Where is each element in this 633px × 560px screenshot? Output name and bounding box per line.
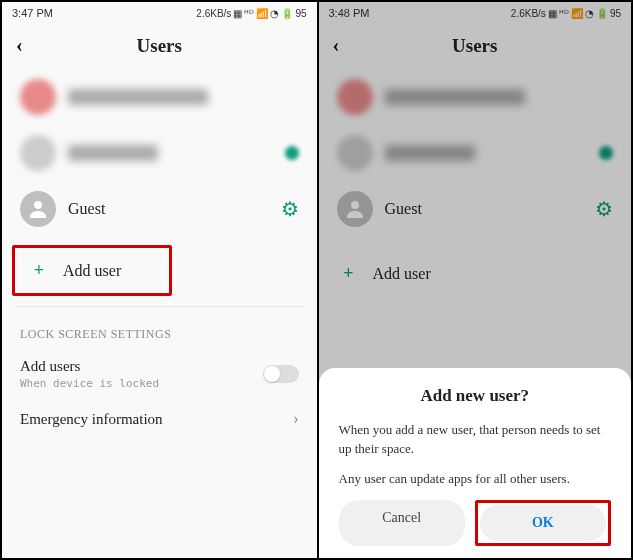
- user-row-guest[interactable]: Guest ⚙: [2, 181, 317, 237]
- user-name-blurred: [385, 145, 475, 161]
- dialog-title: Add new user?: [339, 386, 612, 406]
- battery-pct: 95: [610, 8, 621, 19]
- avatar-guest-icon: [337, 191, 373, 227]
- add-user-button[interactable]: + Add user: [319, 249, 632, 298]
- phone-left: 3:47 PM 2.6KB/s ▦ ᴴᴰ 📶 ◔ 🔋 95 ‹ Users: [2, 2, 317, 558]
- wifi-icon: ◔: [585, 8, 594, 19]
- battery-icon: 🔋: [281, 8, 293, 19]
- avatar: [337, 135, 373, 171]
- status-icons: 2.6KB/s ▦ ᴴᴰ 📶 ◔ 🔋 95: [196, 8, 306, 19]
- hd-icon: ᴴᴰ: [244, 8, 254, 19]
- gear-icon[interactable]: ⚙: [595, 197, 613, 221]
- user-row-guest[interactable]: Guest ⚙: [319, 181, 632, 237]
- avatar: [20, 135, 56, 171]
- dialog-text-2: Any user can update apps for all other u…: [339, 469, 612, 489]
- toggle-switch[interactable]: [263, 365, 299, 383]
- header: ‹ Users: [319, 24, 632, 65]
- dialog-buttons: Cancel OK: [339, 500, 612, 546]
- ok-button[interactable]: OK: [480, 505, 606, 541]
- sim-icon: ▦: [548, 8, 557, 19]
- signal-icon: 📶: [256, 8, 268, 19]
- page-title: Users: [353, 35, 598, 57]
- user-list: Guest ⚙: [2, 65, 317, 241]
- user-row-2[interactable]: [2, 125, 317, 181]
- gear-icon[interactable]: ⚙: [281, 197, 299, 221]
- avatar-guest-icon: [20, 191, 56, 227]
- status-bar: 3:47 PM 2.6KB/s ▦ ᴴᴰ 📶 ◔ 🔋 95: [2, 2, 317, 24]
- net-speed: 2.6KB/s: [196, 8, 231, 19]
- user-row-1[interactable]: [2, 69, 317, 125]
- sim-icon: ▦: [233, 8, 242, 19]
- user-list: Guest ⚙: [319, 65, 632, 241]
- battery-icon: 🔋: [596, 8, 608, 19]
- dialog-body: When you add a new user, that person nee…: [339, 420, 612, 489]
- guest-label: Guest: [385, 200, 584, 218]
- user-row-1[interactable]: [319, 69, 632, 125]
- add-user-label: Add user: [63, 262, 121, 280]
- user-row-2[interactable]: [319, 125, 632, 181]
- add-user-label: Add user: [373, 265, 431, 283]
- back-icon[interactable]: ‹: [16, 34, 36, 57]
- guest-label: Guest: [68, 200, 269, 218]
- status-time: 3:47 PM: [12, 7, 53, 19]
- setting-subtitle: When device is locked: [20, 377, 263, 390]
- signal-icon: 📶: [571, 8, 583, 19]
- hd-icon: ᴴᴰ: [559, 8, 569, 19]
- dialog-text-1: When you add a new user, that person nee…: [339, 420, 612, 459]
- add-user-dialog: Add new user? When you add a new user, t…: [319, 368, 632, 559]
- status-time: 3:48 PM: [329, 7, 370, 19]
- plus-icon: +: [29, 260, 49, 281]
- status-icons: 2.6KB/s ▦ ᴴᴰ 📶 ◔ 🔋 95: [511, 8, 621, 19]
- net-speed: 2.6KB/s: [511, 8, 546, 19]
- divider: [16, 306, 303, 307]
- chevron-right-icon: ›: [293, 410, 298, 428]
- setting-title: Add users: [20, 358, 263, 375]
- user-name-blurred: [385, 89, 525, 105]
- user-name-blurred: [68, 145, 158, 161]
- status-dot-icon: [285, 146, 299, 160]
- emergency-label: Emergency information: [20, 411, 293, 428]
- user-name-blurred: [68, 89, 208, 105]
- avatar: [20, 79, 56, 115]
- add-user-highlight: + Add user: [12, 245, 172, 296]
- section-label: LOCK SCREEN SETTINGS: [2, 313, 317, 348]
- page-title: Users: [36, 35, 283, 57]
- add-user-button[interactable]: + Add user: [15, 248, 169, 293]
- plus-icon: +: [339, 263, 359, 284]
- emergency-info-row[interactable]: Emergency information ›: [2, 400, 317, 438]
- wifi-icon: ◔: [270, 8, 279, 19]
- header: ‹ Users: [2, 24, 317, 65]
- phone-right: 3:48 PM 2.6KB/s ▦ ᴴᴰ 📶 ◔ 🔋 95 ‹ Users: [317, 2, 632, 558]
- avatar: [337, 79, 373, 115]
- status-bar: 3:48 PM 2.6KB/s ▦ ᴴᴰ 📶 ◔ 🔋 95: [319, 2, 632, 24]
- svg-point-1: [351, 201, 359, 209]
- back-icon[interactable]: ‹: [333, 34, 353, 57]
- battery-pct: 95: [295, 8, 306, 19]
- add-users-toggle-row[interactable]: Add users When device is locked: [2, 348, 317, 400]
- ok-highlight: OK: [475, 500, 611, 546]
- svg-point-0: [34, 201, 42, 209]
- cancel-button[interactable]: Cancel: [339, 500, 465, 546]
- status-dot-icon: [599, 146, 613, 160]
